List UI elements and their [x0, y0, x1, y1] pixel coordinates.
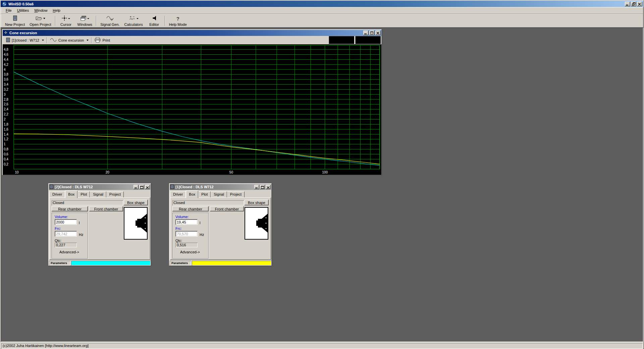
- editor-button[interactable]: Editor: [145, 15, 163, 27]
- close-button[interactable]: [637, 2, 642, 6]
- front-chamber-button[interactable]: Front chamber: [210, 206, 244, 211]
- plot-window-title-bar[interactable]: Cone excursion: [3, 30, 381, 36]
- graph-type-value: Cone excursion: [58, 38, 84, 42]
- close-button[interactable]: [375, 31, 381, 35]
- rear-chamber-panel: Volume: l Frc: Hz Qtc: Advanced->: [172, 213, 209, 259]
- svg-text:4,6: 4,6: [4, 53, 8, 56]
- menu-file[interactable]: File: [3, 8, 14, 13]
- dropdown-arrow-icon[interactable]: [42, 40, 44, 41]
- volume-unit: l: [200, 221, 200, 225]
- svg-text:0,4: 0,4: [4, 157, 8, 161]
- menu-utilities[interactable]: Utilities: [15, 8, 31, 13]
- dropdown-arrow-icon[interactable]: [68, 18, 70, 19]
- new-project-button[interactable]: New Project: [3, 15, 27, 27]
- box-shape-button[interactable]: Box shape: [124, 200, 148, 205]
- title-bar[interactable]: WinISD 0.50a6: [1, 1, 643, 7]
- tab-signal[interactable]: Signal: [211, 191, 227, 197]
- readout-value-box: [355, 36, 381, 44]
- minimize-button[interactable]: [363, 31, 369, 35]
- tab-signal[interactable]: Signal: [90, 191, 106, 197]
- calculators-button[interactable]: Calculators: [122, 15, 145, 27]
- menu-help[interactable]: Help: [50, 8, 63, 13]
- project-window-title-bar[interactable]: [1]Closed : DLS W712: [170, 184, 271, 190]
- volume-label: Volume:: [55, 215, 68, 219]
- calculator-icon: [129, 16, 136, 21]
- frc-unit: Hz: [200, 233, 204, 237]
- volume-label: Volume:: [175, 215, 189, 219]
- project-window-title-bar[interactable]: [2]Closed : DLS W712: [49, 184, 151, 190]
- project-status-bar: Parameters: [49, 260, 151, 265]
- tab-plot[interactable]: Plot: [198, 191, 211, 197]
- signal-generator-button[interactable]: Signal Gen.: [98, 15, 122, 27]
- project-selector[interactable]: [1]closed : W712: [5, 38, 45, 43]
- svg-text:20: 20: [106, 170, 110, 174]
- box-shape-button[interactable]: Box shape: [245, 200, 269, 205]
- box-type-field: Closed: [52, 200, 123, 205]
- status-bar: (c)2002 Juha Hartikainen [http://www.lin…: [1, 342, 643, 349]
- cascade-windows-icon: [80, 16, 86, 21]
- plot-toolbar: [1]closed : W712 Cone excursion Print: [3, 36, 381, 44]
- svg-text:10: 10: [15, 170, 19, 174]
- minimize-icon: [364, 34, 367, 34]
- sine-wave-icon: [106, 16, 114, 21]
- dropdown-arrow-icon[interactable]: [43, 18, 45, 19]
- svg-text:0,2: 0,2: [4, 162, 8, 166]
- rear-chamber-button[interactable]: Rear chamber: [172, 206, 209, 211]
- front-chamber-button[interactable]: Front chamber: [89, 206, 123, 211]
- tab-driver[interactable]: Driver: [170, 191, 186, 197]
- help-mode-button[interactable]: ? Help Mode: [167, 15, 189, 27]
- project-window-title: [1]Closed : DLS W712: [175, 185, 254, 189]
- qtc-input: [175, 243, 198, 247]
- close-button[interactable]: [145, 185, 150, 189]
- volume-input[interactable]: [175, 219, 198, 225]
- svg-text:0,8: 0,8: [4, 147, 8, 151]
- dropdown-arrow-icon[interactable]: [87, 18, 89, 19]
- toolbar-separator: [47, 37, 47, 43]
- volume-input[interactable]: [55, 219, 77, 225]
- minimize-button[interactable]: [254, 185, 259, 189]
- close-button[interactable]: [266, 185, 271, 189]
- project-icon: [170, 185, 174, 190]
- dropdown-arrow-icon[interactable]: [137, 18, 139, 19]
- tab-project[interactable]: Project: [106, 191, 124, 197]
- mdi-area: Cone excursion [1]closed : W712 Cone exc…: [1, 28, 643, 342]
- maximize-icon: [370, 32, 373, 34]
- advanced-link[interactable]: Advanced->: [180, 250, 200, 254]
- driver-icon: [245, 208, 268, 239]
- tab-box[interactable]: Box: [65, 191, 77, 198]
- graph-type-selector[interactable]: Cone excursion: [49, 38, 90, 43]
- maximize-button[interactable]: [139, 185, 144, 189]
- rear-chamber-button[interactable]: Rear chamber: [52, 206, 88, 211]
- minimize-button[interactable]: [133, 185, 139, 189]
- maximize-button[interactable]: [260, 185, 265, 189]
- svg-text:2,4: 2,4: [4, 107, 8, 111]
- tab-driver[interactable]: Driver: [49, 191, 65, 197]
- tab-box[interactable]: Box: [186, 191, 198, 198]
- close-icon: [267, 186, 270, 190]
- qtc-label: Qtc:: [55, 239, 61, 243]
- box-tab-page: Closed Box shape Rear chamber Front cham…: [49, 197, 150, 260]
- svg-text:1,8: 1,8: [4, 122, 8, 126]
- menu-window[interactable]: Window: [32, 8, 50, 13]
- open-project-button[interactable]: Open Project: [27, 15, 53, 27]
- maximize-icon: [140, 186, 143, 189]
- tab-plot[interactable]: Plot: [77, 191, 90, 197]
- toolbar: New Project Open Project Cursor Windows …: [1, 14, 643, 28]
- excursion-chart-svg: 4,84,64,44,243,83,63,43,232,82,62,42,221…: [3, 44, 381, 175]
- project-status-bar: Parameters: [170, 260, 271, 265]
- print-label: Print: [102, 38, 110, 42]
- print-button[interactable]: Print: [93, 37, 111, 43]
- maximize-button[interactable]: [369, 31, 375, 35]
- excursion-chart: 4,84,64,44,243,83,63,43,232,82,62,42,221…: [3, 44, 381, 175]
- minimize-button[interactable]: [625, 2, 630, 6]
- svg-text:2,2: 2,2: [4, 112, 8, 116]
- dropdown-arrow-icon[interactable]: [87, 40, 89, 41]
- tab-project[interactable]: Project: [227, 191, 245, 197]
- advanced-link[interactable]: Advanced->: [59, 250, 79, 254]
- restore-button[interactable]: [631, 2, 636, 6]
- project-window-title: [2]Closed : DLS W712: [55, 185, 133, 189]
- cursor-button[interactable]: Cursor: [57, 15, 75, 27]
- open-folder-icon: [36, 16, 42, 21]
- svg-text:2,8: 2,8: [4, 98, 8, 101]
- windows-button[interactable]: Windows: [75, 15, 95, 27]
